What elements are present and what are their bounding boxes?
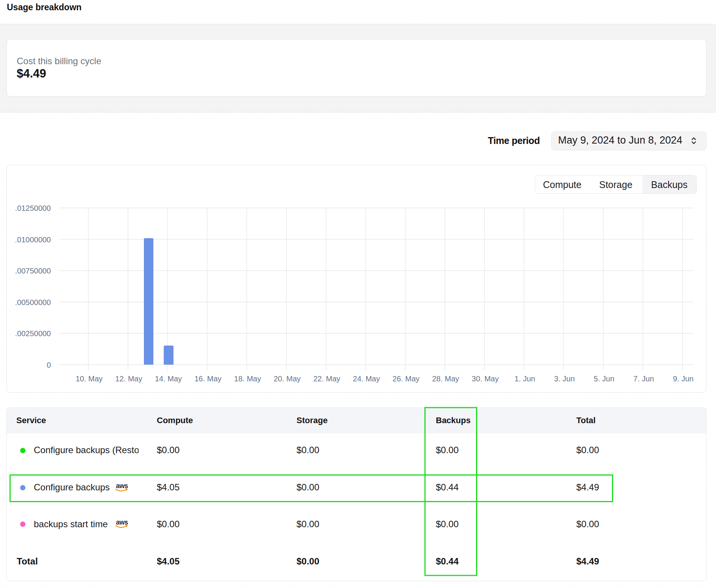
svg-text:16. May: 16. May	[194, 375, 221, 383]
svg-text:0: 0	[47, 361, 51, 369]
svg-text:26. May: 26. May	[393, 375, 420, 383]
svg-text:.00750000: .00750000	[15, 267, 51, 275]
svg-text:20. May: 20. May	[274, 375, 301, 383]
svg-text:9. Jun: 9. Jun	[673, 375, 694, 383]
svg-text:12. May: 12. May	[115, 375, 142, 383]
svg-text:aws: aws	[116, 518, 128, 526]
svg-text:22. May: 22. May	[313, 375, 340, 383]
svg-text:3. Jun: 3. Jun	[554, 375, 575, 383]
svg-text:1. Jun: 1. Jun	[514, 375, 535, 383]
svg-text:30. May: 30. May	[472, 375, 499, 383]
svg-text:.00500000: .00500000	[15, 298, 51, 307]
svg-text:aws: aws	[116, 482, 128, 490]
svg-text:.00250000: .00250000	[15, 329, 51, 338]
svg-text:18. May: 18. May	[234, 375, 261, 383]
svg-text:5. Jun: 5. Jun	[594, 375, 614, 383]
svg-text:10. May: 10. May	[76, 375, 103, 383]
svg-text:14. May: 14. May	[155, 375, 182, 383]
svg-text:28. May: 28. May	[432, 375, 459, 383]
svg-text:7. Jun: 7. Jun	[633, 375, 654, 383]
svg-text:.01250000: .01250000	[15, 204, 51, 212]
svg-text:24. May: 24. May	[353, 375, 380, 383]
svg-text:.01000000: .01000000	[15, 236, 51, 244]
